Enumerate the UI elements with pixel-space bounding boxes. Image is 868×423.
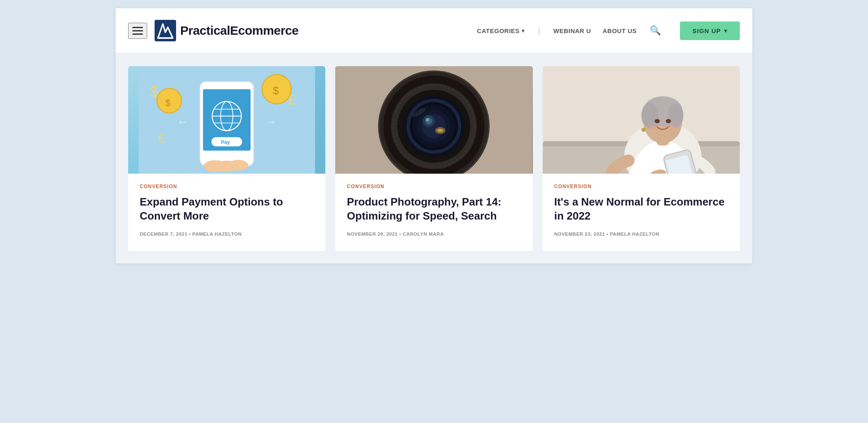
svg-point-21 [228,160,248,171]
main-nav: CATEGORIES ▾ | WEBINAR U ABOUT US 🔍 SIGN… [477,22,740,40]
svg-point-53 [665,119,670,123]
article-meta-3: NOVEMBER 23, 2021 • PAMELA HAZELTON [554,231,728,238]
article-card-3[interactable]: CONVERSION It's a New Normal for Ecommer… [543,66,740,251]
article-image-2 [335,66,532,174]
article-meta-2: NOVEMBER 29, 2021 • CAROLYN MARA [347,231,521,238]
logo-icon [155,20,176,41]
nav-divider: | [538,26,540,36]
article-title-2: Product Photography, Part 14: Optimizing… [347,195,521,223]
article-body-1: CONVERSION Expand Payment Options to Con… [128,174,325,251]
article-date-2: NOVEMBER 29, 2021 [347,232,398,237]
svg-point-52 [654,119,659,123]
categories-label: CATEGORIES [477,27,520,34]
article-author-1: PAMELA HAZELTON [192,232,242,237]
meta-separator-3: • [606,232,610,237]
article-title-1: Expand Payment Options to Convert More [140,195,314,223]
logo-link[interactable]: PracticalEcommerce [155,20,298,41]
article-body-3: CONVERSION It's a New Normal for Ecommer… [543,174,740,251]
article-image-1: $ £ € $ $ [128,66,325,174]
hamburger-line-3 [132,33,143,35]
article-category-3: CONVERSION [554,184,728,189]
article-category-1: CONVERSION [140,184,314,189]
signup-label: SIGN UP [692,27,721,34]
article-meta-1: DECEMBER 7, 2021 • PAMELA HAZELTON [140,231,314,238]
hamburger-button[interactable] [128,23,147,39]
svg-text:←: ← [177,115,188,128]
article-date-1: DECEMBER 7, 2021 [140,232,187,237]
svg-point-50 [641,103,658,128]
article-category-2: CONVERSION [347,184,521,189]
svg-point-39 [437,129,444,132]
article-author-2: CAROLYN MARA [403,232,444,237]
page-wrapper: PracticalEcommerce CATEGORIES ▾ | WEBINA… [0,0,868,272]
article-title-3: It's a New Normal for Ecommerce in 2022 [554,195,728,223]
svg-text:€: € [158,131,165,146]
main-content: $ £ € $ $ [116,54,752,263]
article-date-3: NOVEMBER 23, 2021 [554,232,605,237]
svg-text:$: $ [165,98,171,108]
svg-point-54 [649,124,658,129]
svg-point-51 [668,103,683,127]
signup-button[interactable]: SIGN UP ▾ [680,22,740,40]
site-container: PracticalEcommerce CATEGORIES ▾ | WEBINA… [116,8,752,263]
search-icon[interactable]: 🔍 [650,25,661,36]
nav-about[interactable]: ABOUT US [603,27,637,34]
svg-point-55 [668,124,677,129]
svg-point-37 [426,118,429,122]
article-image-3 [543,66,740,174]
hamburger-line-2 [132,30,143,31]
article-body-2: CONVERSION Product Photography, Part 14:… [335,174,532,251]
site-header: PracticalEcommerce CATEGORIES ▾ | WEBINA… [116,8,752,54]
svg-text:Pay: Pay [221,139,230,145]
svg-text:$: $ [273,84,279,97]
signup-chevron-icon: ▾ [724,28,727,34]
svg-point-59 [641,127,645,131]
hamburger-line-1 [132,27,143,28]
svg-text:→: → [265,115,277,128]
logo-text: PracticalEcommerce [180,24,298,38]
article-card-2[interactable]: CONVERSION Product Photography, Part 14:… [335,66,532,251]
nav-webinar[interactable]: WEBINAR U [553,27,591,34]
articles-grid: $ £ € $ $ [128,66,740,251]
article-card-1[interactable]: $ £ € $ $ [128,66,325,251]
nav-categories[interactable]: CATEGORIES ▾ [477,27,525,34]
article-author-3: PAMELA HAZELTON [610,232,660,237]
categories-chevron-icon: ▾ [522,28,525,34]
meta-separator-2: • [399,232,403,237]
